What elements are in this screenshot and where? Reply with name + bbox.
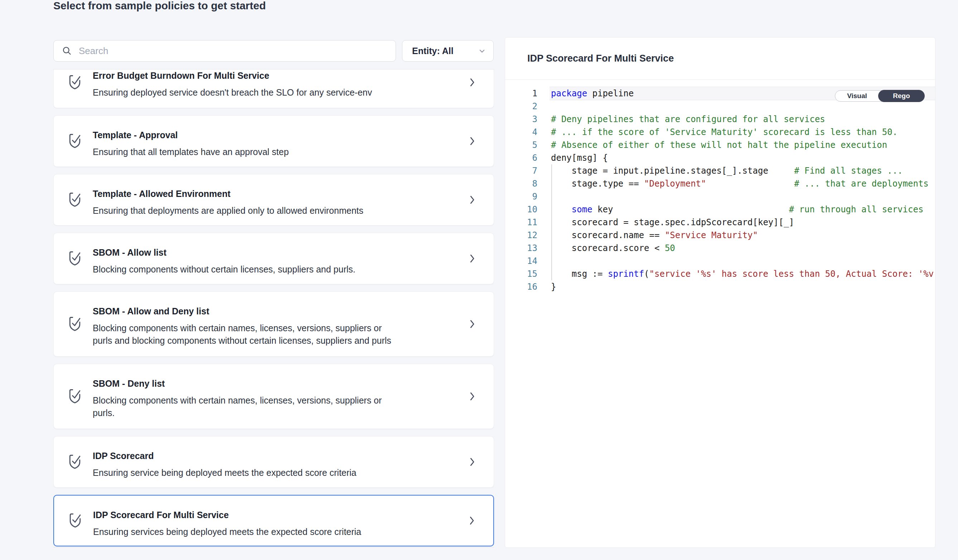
policy-card[interactable]: Error Budget Burndown For Multi Service …	[53, 69, 494, 108]
code-line: 10 some key # run through all services	[505, 203, 935, 216]
code-text: deny[msg] {	[551, 151, 608, 164]
rego-code-editor[interactable]: 1package pipeline23# Deny pipelines that…	[505, 80, 935, 293]
policy-detail-panel: IDP Scorecard For Multi Service Visual R…	[505, 37, 936, 548]
shield-check-icon	[67, 512, 83, 530]
detail-header: IDP Scorecard For Multi Service	[505, 38, 935, 80]
shield-check-icon	[67, 249, 83, 268]
shield-check-icon	[67, 387, 83, 405]
code-line: 6deny[msg] {	[505, 151, 935, 164]
policy-card-title: Template - Approval	[93, 130, 451, 140]
policy-card-text: SBOM - Allow list Blocking components wi…	[93, 233, 494, 276]
code-text: stage.type == "Deployment" # ... that ar…	[551, 177, 929, 190]
chevron-right-icon	[469, 253, 476, 264]
shield-check-icon	[67, 73, 83, 91]
shield-check-icon	[67, 315, 83, 333]
line-number: 16	[505, 280, 537, 293]
toggle-option-rego[interactable]: Rego	[878, 90, 925, 102]
code-line: 14	[505, 255, 935, 268]
shield-check-icon	[67, 453, 83, 471]
code-text: stage = input.pipeline.stages[_].stage #…	[551, 164, 903, 177]
code-line: 16}	[505, 280, 935, 293]
chevron-right-icon	[469, 318, 476, 330]
chevron-down-icon	[477, 46, 487, 56]
code-line: 5# Absence of either of these will not h…	[505, 138, 935, 151]
line-number: 9	[505, 190, 537, 203]
chevron-right-icon	[469, 456, 476, 468]
policy-card[interactable]: SBOM - Allow and Deny list Blocking comp…	[53, 292, 494, 357]
code-text: # ... if the score of 'Service Maturity'…	[551, 126, 898, 138]
policy-card-description: Ensuring service being deployed meets th…	[93, 466, 451, 479]
policy-card[interactable]: SBOM - Allow list Blocking components wi…	[53, 233, 494, 284]
policy-card-title: SBOM - Allow list	[93, 248, 451, 257]
chevron-right-icon	[469, 135, 476, 147]
code-text: msg := sprintf("service '%s' has score l…	[551, 268, 936, 280]
search-input[interactable]	[79, 46, 396, 57]
code-text: scorecard.score < 50	[551, 242, 675, 255]
policy-card-text: SBOM - Allow and Deny list Blocking comp…	[93, 292, 494, 347]
line-number: 15	[505, 268, 537, 280]
policy-card-text: SBOM - Deny list Blocking components wit…	[93, 364, 494, 419]
code-line: 4# ... if the score of 'Service Maturity…	[505, 126, 935, 138]
code-line: 3# Deny pipelines that are configured fo…	[505, 113, 935, 126]
line-number: 12	[505, 229, 537, 242]
policy-card[interactable]: SBOM - Deny list Blocking components wit…	[53, 364, 494, 429]
code-text: }	[551, 280, 556, 293]
detail-title: IDP Scorecard For Multi Service	[527, 53, 674, 64]
policy-card-description: Ensuring services being deployed meets t…	[93, 526, 450, 538]
line-number: 7	[505, 164, 537, 177]
line-number: 11	[505, 216, 537, 229]
code-text: scorecard.name == "Service Maturity"	[551, 229, 758, 242]
policy-card-text: Template - Approval Ensuring that all te…	[93, 116, 494, 158]
code-line: 2	[505, 100, 935, 113]
policy-card-description: Blocking components with certain names, …	[93, 322, 451, 347]
line-number: 3	[505, 113, 537, 126]
entity-filter-dropdown[interactable]: Entity: All	[402, 40, 494, 62]
line-number: 5	[505, 138, 537, 151]
policy-card-title: IDP Scorecard For Multi Service	[93, 510, 450, 520]
search-icon	[62, 46, 72, 56]
search-box[interactable]	[53, 40, 396, 62]
policy-card-text: IDP Scorecard For Multi Service Ensuring…	[93, 495, 493, 538]
policy-card-text: Error Budget Burndown For Multi Service …	[93, 69, 494, 99]
code-text: # Absence of either of these will not ha…	[551, 138, 887, 151]
policy-card-text: IDP Scorecard Ensuring service being dep…	[93, 436, 494, 479]
policy-card[interactable]: IDP Scorecard Ensuring service being dep…	[53, 436, 494, 488]
chevron-right-icon	[469, 194, 476, 206]
code-line: 15 msg := sprintf("service '%s' has scor…	[505, 268, 935, 280]
code-text: # Deny pipelines that are configured for…	[551, 113, 825, 126]
line-number: 1	[505, 87, 537, 100]
line-number: 2	[505, 100, 537, 113]
policy-card-description: Ensuring that deployments are applied on…	[93, 205, 451, 217]
policy-card-text: Template - Allowed Environment Ensuring …	[93, 175, 494, 217]
code-line: 11 scorecard = stage.spec.idpScorecard[k…	[505, 216, 935, 229]
code-line: 13 scorecard.score < 50	[505, 242, 935, 255]
entity-filter-label: Entity: All	[412, 46, 454, 56]
policy-card[interactable]: Template - Allowed Environment Ensuring …	[53, 174, 494, 225]
code-line: 12 scorecard.name == "Service Maturity"	[505, 229, 935, 242]
policy-card[interactable]: IDP Scorecard For Multi Service Ensuring…	[53, 495, 494, 546]
code-line: 8 stage.type == "Deployment" # ... that …	[505, 177, 935, 190]
code-lines: 1package pipeline23# Deny pipelines that…	[505, 87, 935, 293]
line-number: 6	[505, 151, 537, 164]
policy-card[interactable]: Template - Approval Ensuring that all te…	[53, 115, 494, 167]
page-title: Select from sample policies to get start…	[53, 0, 266, 13]
policy-card-description: Blocking components with certain names, …	[93, 394, 451, 419]
code-line: 7 stage = input.pipeline.stages[_].stage…	[505, 164, 935, 177]
line-number: 13	[505, 242, 537, 255]
policy-list[interactable]: Error Budget Burndown For Multi Service …	[53, 69, 494, 547]
shield-check-icon	[67, 191, 83, 209]
line-number: 14	[505, 255, 537, 268]
policy-card-title: Error Budget Burndown For Multi Service	[93, 71, 451, 81]
indent-guide	[551, 164, 552, 280]
shield-check-icon	[67, 132, 83, 150]
policy-card-title: Template - Allowed Environment	[93, 189, 451, 199]
code-line: 9	[505, 190, 935, 203]
chevron-right-icon	[469, 77, 476, 88]
policy-card-description: Ensuring that all templates have an appr…	[93, 146, 451, 158]
view-mode-toggle: Visual Rego	[835, 90, 924, 102]
code-text: package pipeline	[551, 87, 634, 100]
code-text: some key # run through all services	[551, 203, 923, 216]
code-text: scorecard = stage.spec.idpScorecard[key]…	[551, 216, 794, 229]
toggle-option-visual[interactable]: Visual	[835, 90, 879, 102]
policy-card-title: SBOM - Deny list	[93, 379, 451, 389]
